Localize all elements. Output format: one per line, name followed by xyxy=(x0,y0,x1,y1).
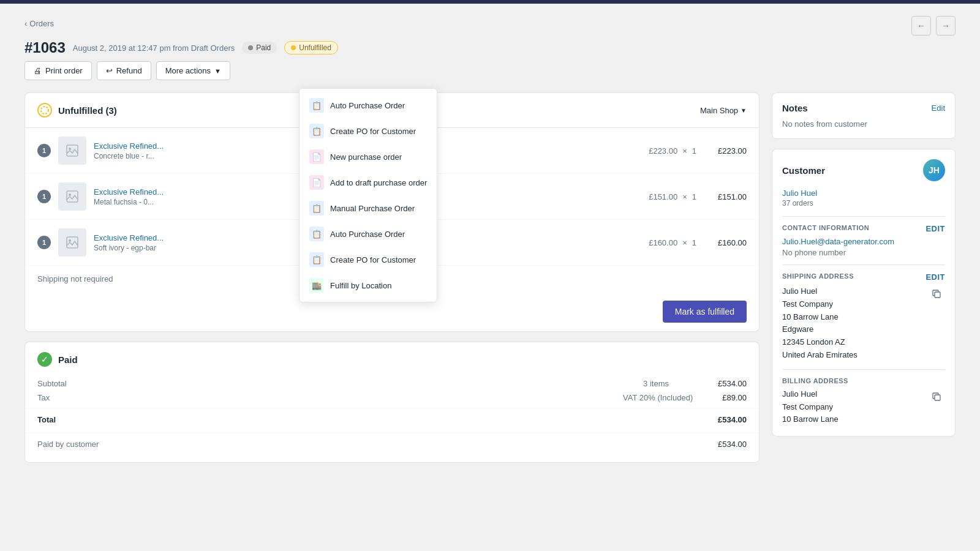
item-total: £151.00 xyxy=(704,192,747,201)
svg-point-6 xyxy=(69,239,71,242)
customer-header: Customer JH xyxy=(782,159,945,181)
divider xyxy=(782,369,945,370)
fulfill-location-icon: 🏬 xyxy=(309,278,324,293)
item-qty-badge: 1 xyxy=(37,236,51,249)
back-to-orders[interactable]: ‹ Orders xyxy=(24,19,54,28)
copy-shipping-address-button[interactable] xyxy=(928,285,945,302)
multiply-symbol: × xyxy=(682,146,687,156)
prev-order-button[interactable]: ← xyxy=(911,16,931,36)
customer-phone: No phone number xyxy=(782,248,945,257)
arrow-right-icon: → xyxy=(941,21,950,31)
right-column: Notes Edit No notes from customer Custom… xyxy=(772,92,956,473)
paid-badge-dot xyxy=(248,45,253,50)
dropdown-item-add-draft-po[interactable]: 📄 Add to draft purchase order xyxy=(300,170,437,195)
mark-as-fulfilled-button[interactable]: Mark as fulfilled xyxy=(663,301,747,323)
location-chevron-icon: ▼ xyxy=(741,107,747,114)
contact-edit-button[interactable]: Edit xyxy=(925,224,945,233)
manual-po-icon: 📋 xyxy=(309,201,324,216)
customer-title: Customer xyxy=(782,165,825,176)
item-price: £151.00 xyxy=(649,192,677,201)
nav-arrows: ← → xyxy=(911,16,956,36)
print-icon: 🖨 xyxy=(34,66,42,75)
svg-point-2 xyxy=(69,148,71,150)
shipping-edit-button[interactable]: Edit xyxy=(925,272,945,282)
create-po-customer-icon: 📋 xyxy=(309,124,324,138)
customer-email[interactable]: Julio.Huel@data-generator.com xyxy=(782,237,945,246)
notes-title: Notes xyxy=(782,103,808,113)
dropdown-item-auto-po-2[interactable]: 📋 Auto Purchase Order xyxy=(300,221,437,247)
dropdown-item-create-po-customer[interactable]: 📋 Create PO for Customer xyxy=(300,118,437,144)
chevron-down-icon: ▼ xyxy=(214,67,221,75)
unfulfilled-badge-dot xyxy=(291,45,296,50)
more-actions-button[interactable]: More actions ▼ xyxy=(156,61,230,80)
billing-address: Julio Huel Test Company 10 Barrow Lane xyxy=(782,388,839,426)
customer-orders: 37 orders xyxy=(782,199,945,208)
item-total: £223.00 xyxy=(704,146,747,156)
item-quantity: 1 xyxy=(692,238,696,247)
item-quantity: 1 xyxy=(692,146,696,156)
paid-card: ✓ Paid Subtotal 3 items £534.00 Tax xyxy=(24,342,760,463)
item-price-qty: £151.00 × 1 xyxy=(649,192,696,201)
new-po-icon: 📄 xyxy=(309,149,324,164)
customer-name[interactable]: Julio Huel xyxy=(782,189,945,198)
notes-content: No notes from customer xyxy=(782,119,945,129)
item-image xyxy=(58,137,86,165)
item-price-qty: £223.00 × 1 xyxy=(649,146,696,156)
arrow-left-icon: ← xyxy=(917,21,925,31)
item-total: £160.00 xyxy=(704,238,747,247)
dropdown-item-auto-po[interactable]: 📋 Auto Purchase Order xyxy=(300,92,437,118)
svg-rect-8 xyxy=(935,395,940,400)
dropdown-item-manual-po[interactable]: 📋 Manual Purchase Order xyxy=(300,195,437,221)
svg-rect-7 xyxy=(935,292,940,298)
refund-icon: ↩ xyxy=(106,66,113,75)
paid-icon: ✓ xyxy=(37,352,52,367)
copy-billing-address-button[interactable] xyxy=(928,388,945,405)
unfulfilled-icon xyxy=(37,103,52,118)
shipping-address-block: Julio Huel Test Company 10 Barrow Lane E… xyxy=(782,285,945,362)
unfulfilled-badge: Unfulfilled xyxy=(284,41,338,54)
item-qty-badge: 1 xyxy=(37,144,51,157)
customer-card: Customer JH Julio Huel 37 orders CONTACT… xyxy=(772,149,956,437)
refund-button[interactable]: ↩ Refund xyxy=(97,61,151,80)
chevron-left-icon: ‹ xyxy=(24,19,27,28)
dropdown-item-create-po-customer-2[interactable]: 📋 Create PO for Customer xyxy=(300,247,437,272)
shipping-address-label: SHIPPING ADDRESS Edit xyxy=(782,272,945,282)
item-price: £223.00 xyxy=(649,146,677,156)
shipping-address: Julio Huel Test Company 10 Barrow Lane E… xyxy=(782,285,858,362)
item-image xyxy=(58,182,86,211)
tax-row: Tax VAT 20% (Included) £89.00 xyxy=(25,391,759,405)
dropdown-item-new-po[interactable]: 📄 New purchase order xyxy=(300,144,437,170)
item-image xyxy=(58,228,86,257)
paid-title: Paid xyxy=(58,354,78,365)
paid-by-customer-row: Paid by customer £534.00 xyxy=(25,433,759,459)
main-layout: Unfulfilled (3) Main Shop ▼ 1 xyxy=(24,92,956,473)
paid-card-header: ✓ Paid xyxy=(25,342,759,377)
print-order-button[interactable]: 🖨 Print order xyxy=(24,61,92,80)
multiply-symbol: × xyxy=(682,192,687,201)
action-bar: 🖨 Print order ↩ Refund More actions ▼ 📋 … xyxy=(24,61,956,80)
item-price: £160.00 xyxy=(649,238,677,247)
add-draft-po-icon: 📄 xyxy=(309,175,324,190)
billing-address-label: BILLING ADDRESS xyxy=(782,377,945,384)
divider xyxy=(782,264,945,265)
avatar: JH xyxy=(923,159,945,181)
billing-address-block: Julio Huel Test Company 10 Barrow Lane xyxy=(782,388,945,426)
next-order-button[interactable]: → xyxy=(936,16,956,36)
unfulfilled-title: Unfulfilled (3) xyxy=(58,105,117,116)
contact-info-label: CONTACT INFORMATION Edit xyxy=(782,224,945,233)
auto-po-icon: 📋 xyxy=(309,98,324,113)
total-row: Total £534.00 xyxy=(25,408,759,427)
dropdown-item-fulfill-location[interactable]: 🏬 Fulfill by Location xyxy=(300,272,437,298)
notes-edit-button[interactable]: Edit xyxy=(932,103,945,113)
item-qty-badge: 1 xyxy=(37,190,51,203)
location-selector[interactable]: Main Shop ▼ xyxy=(700,106,747,115)
order-meta: August 2, 2019 at 12:47 pm from Draft Or… xyxy=(73,43,235,53)
item-price-qty: £160.00 × 1 xyxy=(649,238,696,247)
more-actions-dropdown: 📋 Auto Purchase Order 📋 Create PO for Cu… xyxy=(299,88,437,302)
divider xyxy=(782,216,945,217)
paid-badge: Paid xyxy=(242,42,277,54)
notes-header: Notes Edit xyxy=(782,103,945,113)
multiply-symbol: × xyxy=(682,238,687,247)
svg-point-0 xyxy=(41,107,48,114)
create-po-customer-2-icon: 📋 xyxy=(309,252,324,267)
